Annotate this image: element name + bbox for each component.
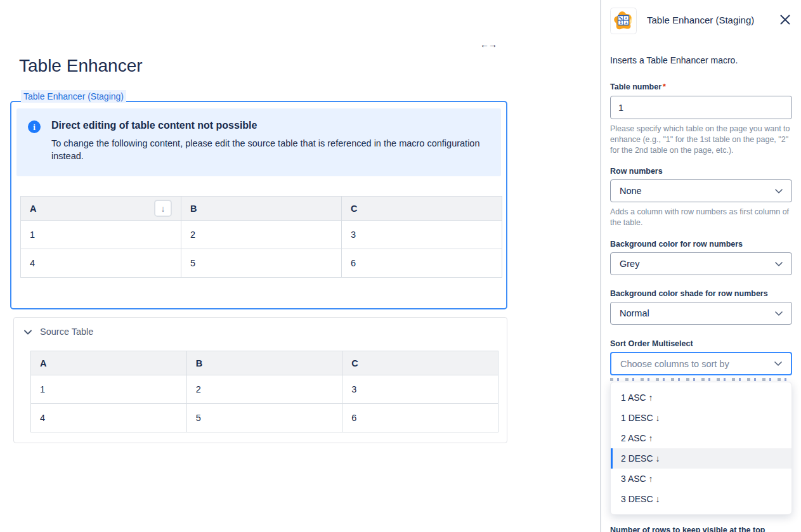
- table-row: 4 5 6: [31, 404, 498, 432]
- field-label-sort-order: Sort Order Multiselect: [610, 339, 792, 349]
- field-help-text: Adds a column with row numbers as first …: [610, 207, 792, 228]
- table-number-input[interactable]: [610, 96, 792, 119]
- sidebar-title: Table Enhancer (Staging): [647, 15, 754, 25]
- sort-column-button[interactable]: ↓: [154, 200, 172, 217]
- enhanced-table-header-cell: A ↓: [21, 197, 181, 221]
- table-cell: 5: [181, 249, 341, 278]
- svg-text:+: +: [625, 20, 628, 26]
- bg-shade-select[interactable]: Normal: [610, 302, 792, 325]
- table-cell: 3: [341, 221, 502, 249]
- table-cell: 4: [21, 249, 181, 278]
- select-value: Normal: [620, 308, 649, 318]
- macro-body[interactable]: i Direct editing of table content not po…: [10, 101, 507, 309]
- sort-order-multiselect[interactable]: Choose columns to sort by: [610, 352, 792, 375]
- close-icon[interactable]: [778, 13, 792, 29]
- table-cell: 2: [186, 375, 342, 404]
- macro-app-icon: 1 +: [610, 8, 637, 37]
- field-label-row-numbers: Row numbers: [610, 167, 792, 176]
- source-table-section: Source Table A B C 1 2 3: [13, 317, 507, 443]
- table-cell: 4: [31, 404, 187, 432]
- page-title: Table Enhancer: [19, 55, 600, 77]
- required-asterisk: *: [663, 82, 666, 91]
- table-row: 1 2 3: [31, 375, 498, 404]
- chevron-down-icon: [775, 189, 783, 193]
- table-row: 1 2 3: [21, 221, 502, 249]
- source-table-title: Source Table: [40, 327, 93, 337]
- enhanced-table-header-cell: B: [181, 197, 341, 221]
- editor-canvas: ←→ Table Enhancer Table Enhancer (Stagin…: [0, 0, 600, 532]
- select-value: None: [620, 186, 642, 196]
- source-table-header-cell: B: [186, 351, 342, 375]
- bg-color-select[interactable]: Grey: [610, 252, 792, 275]
- svg-text:1: 1: [620, 20, 622, 25]
- dropdown-option[interactable]: 1 ASC ↑: [611, 387, 791, 408]
- source-table-toggle[interactable]: Source Table: [24, 326, 497, 337]
- dropdown-option[interactable]: 3 DESC ↓: [611, 489, 791, 509]
- table-cell: 6: [341, 249, 502, 278]
- chevron-down-icon: [775, 311, 783, 316]
- field-label-bg-shade: Background color shade for row numbers: [610, 289, 792, 299]
- info-panel-content: Direct editing of table content not poss…: [51, 119, 489, 162]
- table-cell: 3: [342, 375, 498, 404]
- field-label-bg-color: Background color for row numbers: [610, 240, 792, 249]
- clipped-help-text: [610, 378, 790, 381]
- field-label-text: Table number: [610, 82, 661, 91]
- field-label-table-number: Table number*: [610, 82, 792, 92]
- svg-text:i: i: [33, 122, 36, 132]
- chevron-down-icon: [24, 326, 32, 337]
- enhanced-table: A ↓ B C 1 2 3 4: [20, 196, 502, 278]
- source-table-header-row: A B C: [31, 351, 498, 375]
- dropdown-option-highlighted[interactable]: 2 DESC ↓: [611, 448, 791, 469]
- macro-name-link[interactable]: Table Enhancer (Staging): [21, 90, 126, 103]
- select-value: Grey: [620, 259, 639, 269]
- chevron-down-icon: [774, 361, 782, 366]
- row-numbers-select[interactable]: None: [610, 179, 792, 202]
- table-row: 4 5 6: [21, 249, 502, 278]
- source-table: A B C 1 2 3 4 5 6: [30, 351, 498, 432]
- macro-config-sidebar: 1 + Table Enhancer (Staging) Inserts a T…: [600, 0, 801, 532]
- info-icon: i: [27, 120, 41, 162]
- sort-order-dropdown: 1 ASC ↑ 1 DESC ↓ 2 ASC ↑ 2 DESC ↓ 3 ASC …: [610, 382, 792, 515]
- chevron-down-icon: [775, 262, 783, 266]
- source-table-header-cell: A: [31, 351, 187, 375]
- info-panel-title: Direct editing of table content not poss…: [51, 120, 489, 131]
- dropdown-option[interactable]: 3 ASC ↑: [611, 469, 791, 489]
- column-header-label: A: [30, 204, 36, 214]
- info-panel: i Direct editing of table content not po…: [16, 108, 501, 176]
- table-cell: 5: [186, 404, 342, 432]
- sidebar-header: 1 + Table Enhancer (Staging): [610, 8, 792, 37]
- source-table-header-cell: C: [342, 351, 498, 375]
- table-cell: 6: [342, 404, 498, 432]
- table-cell: 1: [31, 375, 187, 404]
- dropdown-option[interactable]: 1 DESC ↓: [611, 408, 791, 428]
- resize-width-icon[interactable]: ←→: [480, 39, 497, 49]
- app-root: ←→ Table Enhancer Table Enhancer (Stagin…: [0, 0, 801, 532]
- field-help-text: Please specify which table on the page y…: [610, 124, 792, 156]
- select-placeholder: Choose columns to sort by: [620, 359, 729, 369]
- enhanced-table-header-row: A ↓ B C: [21, 197, 502, 221]
- field-label-rows-visible-top: Number of rows to keep visible at the to…: [610, 526, 792, 532]
- macro-description: Inserts a Table Enhancer macro.: [610, 55, 792, 66]
- table-cell: 2: [181, 221, 341, 249]
- dropdown-option[interactable]: 2 ASC ↑: [611, 428, 791, 448]
- info-panel-body: To change the following content, please …: [51, 137, 489, 162]
- table-cell: 1: [21, 221, 181, 249]
- enhanced-table-header-cell: C: [341, 197, 502, 221]
